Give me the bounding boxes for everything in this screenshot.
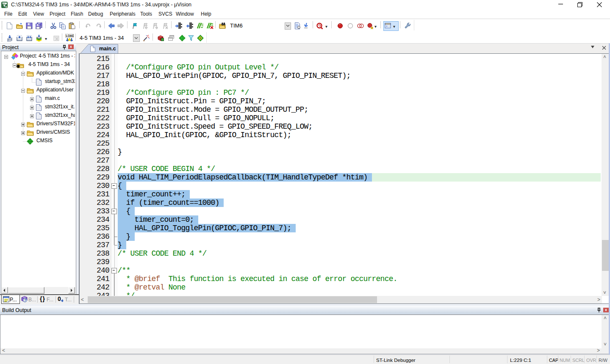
svg-text:?: ? [24,298,27,302]
svg-text:LOAD: LOAD [66,34,74,37]
svg-text:s: s [6,5,7,8]
